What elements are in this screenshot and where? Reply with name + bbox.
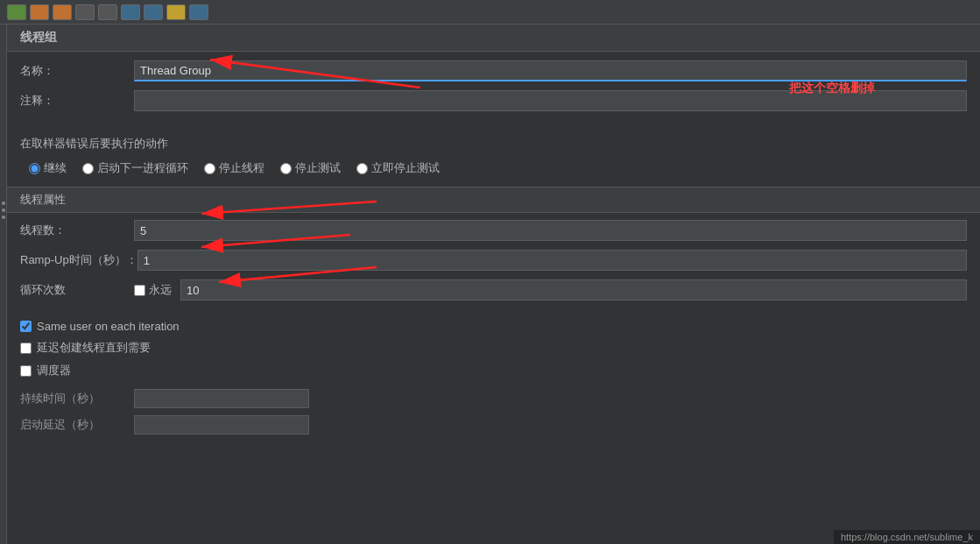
radio-stop-thread-input[interactable] bbox=[204, 163, 215, 174]
footer-url: https://blog.csdn.net/sublime_k bbox=[841, 532, 973, 542]
name-label: 名称： bbox=[20, 63, 134, 79]
main-container: 线程组 名称： 注释： 把这个空格删掉 在取样器错误后要执行的动作 bbox=[0, 25, 980, 544]
rampup-row: Ramp-Up时间（秒）： bbox=[20, 250, 967, 271]
radio-stop-thread[interactable]: 停止线程 bbox=[204, 160, 264, 176]
toolbar-btn-7[interactable] bbox=[144, 4, 163, 20]
top-toolbar bbox=[0, 0, 980, 25]
sidebar-dot-1 bbox=[2, 201, 5, 205]
name-row: 名称： bbox=[20, 60, 967, 81]
name-section: 名称： 注释： bbox=[7, 52, 980, 129]
delay-create-checkbox[interactable] bbox=[20, 343, 32, 354]
thread-count-label: 线程数： bbox=[20, 223, 134, 238]
forever-label: 永远 bbox=[149, 282, 172, 298]
toolbar-btn-1[interactable] bbox=[7, 4, 26, 20]
scheduler-label: 调度器 bbox=[37, 363, 71, 378]
rampup-label: Ramp-Up时间（秒）： bbox=[20, 252, 137, 268]
on-error-label: 在取样器错误后要执行的动作 bbox=[7, 136, 980, 152]
forever-checkbox-label[interactable]: 永远 bbox=[134, 282, 172, 298]
toolbar-btn-4[interactable] bbox=[75, 4, 95, 20]
radio-stop-test-label: 停止测试 bbox=[295, 160, 341, 176]
radio-continue[interactable]: 继续 bbox=[29, 160, 67, 176]
same-user-checkbox[interactable] bbox=[20, 321, 32, 332]
toolbar-btn-6[interactable] bbox=[121, 4, 140, 20]
radio-stop-test-now-input[interactable] bbox=[356, 163, 368, 174]
loop-label: 循环次数 bbox=[20, 282, 134, 298]
thread-props-header: 线程属性 bbox=[7, 187, 980, 213]
toolbar-btn-5[interactable] bbox=[98, 4, 117, 20]
thread-props-section: 线程数： Ramp-Up时间（秒）： 循环次数 永远 bbox=[7, 213, 980, 316]
section-header: 线程组 bbox=[7, 25, 980, 52]
radio-continue-input[interactable] bbox=[29, 163, 40, 174]
loop-row: 循环次数 永远 bbox=[20, 279, 967, 300]
radio-stop-test-now-label: 立即停止测试 bbox=[371, 160, 440, 176]
delay-input[interactable] bbox=[134, 415, 309, 434]
loop-count-input[interactable] bbox=[180, 279, 967, 300]
name-input[interactable] bbox=[134, 60, 967, 81]
duration-row: 持续时间（秒） bbox=[20, 389, 967, 408]
same-user-label: Same user on each iteration bbox=[37, 320, 180, 333]
comment-input[interactable] bbox=[134, 90, 967, 111]
rampup-input[interactable] bbox=[137, 250, 967, 271]
radio-continue-label: 继续 bbox=[44, 160, 67, 176]
toolbar-btn-8[interactable] bbox=[166, 4, 186, 20]
thread-count-input[interactable] bbox=[134, 220, 967, 241]
radio-stop-thread-label: 停止线程 bbox=[219, 160, 264, 176]
duration-label: 持续时间（秒） bbox=[20, 391, 134, 406]
delay-create-label: 延迟创建线程直到需要 bbox=[37, 340, 151, 356]
radio-next-loop[interactable]: 启动下一进程循环 bbox=[82, 160, 188, 176]
radio-next-loop-label: 启动下一进程循环 bbox=[97, 160, 188, 176]
delay-create-row: 延迟创建线程直到需要 bbox=[7, 336, 980, 359]
left-sidebar bbox=[0, 25, 7, 544]
forever-checkbox[interactable] bbox=[134, 285, 145, 296]
toolbar-btn-9[interactable] bbox=[189, 4, 208, 20]
sidebar-dot-3 bbox=[2, 215, 5, 219]
thread-count-row: 线程数： bbox=[20, 220, 967, 241]
toolbar-btn-2[interactable] bbox=[30, 4, 49, 20]
radio-stop-test[interactable]: 停止测试 bbox=[280, 160, 341, 176]
radio-stop-test-now[interactable]: 立即停止测试 bbox=[356, 160, 440, 176]
duration-input[interactable] bbox=[134, 389, 309, 408]
delay-label: 启动延迟（秒） bbox=[20, 417, 134, 433]
footer-bar: https://blog.csdn.net/sublime_k bbox=[834, 530, 980, 544]
radio-next-loop-input[interactable] bbox=[82, 163, 94, 174]
scheduler-checkbox[interactable] bbox=[20, 365, 32, 377]
toolbar-btn-3[interactable] bbox=[53, 4, 72, 20]
radio-stop-test-input[interactable] bbox=[280, 163, 292, 174]
comment-label: 注释： bbox=[20, 93, 134, 109]
comment-row: 注释： bbox=[20, 90, 967, 111]
sidebar-dot-2 bbox=[2, 208, 5, 212]
delay-row: 启动延迟（秒） bbox=[20, 415, 967, 434]
scheduler-row: 调度器 bbox=[7, 359, 980, 382]
section-title: 线程组 bbox=[20, 30, 57, 44]
content-area: 线程组 名称： 注释： 把这个空格删掉 在取样器错误后要执行的动作 bbox=[7, 25, 980, 544]
same-user-row: Same user on each iteration bbox=[7, 316, 980, 336]
duration-section: 持续时间（秒） 启动延迟（秒） bbox=[7, 382, 980, 449]
on-error-radio-group: 继续 启动下一进程循环 停止线程 停止测试 立即停止测试 bbox=[7, 157, 980, 183]
